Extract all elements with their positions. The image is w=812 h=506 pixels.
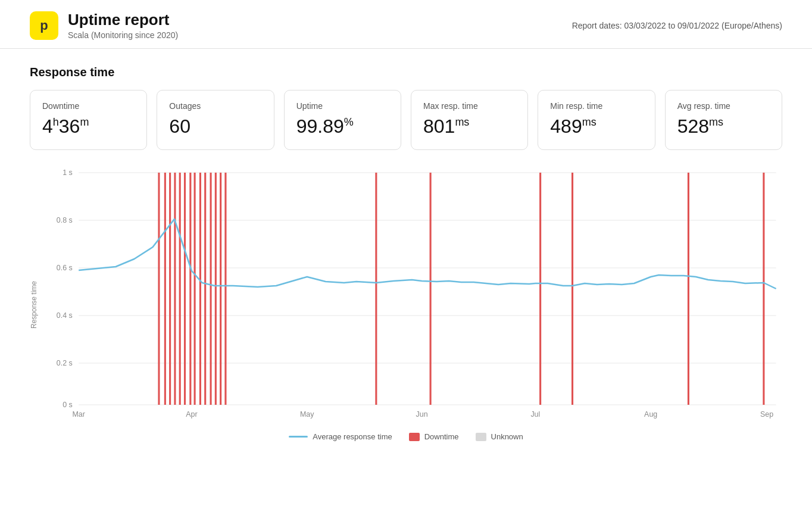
svg-text:0.6 s: 0.6 s: [57, 264, 73, 272]
section-title: Response time: [30, 65, 782, 79]
header-left: p Uptime report Scala (Monitoring since …: [30, 11, 178, 40]
svg-text:0 s: 0 s: [63, 401, 73, 409]
chart-svg: 1 s 0.8 s 0.6 s 0.4 s 0.2 s 0 s Mar Apr …: [42, 167, 782, 423]
stat-max-resp-label: Max resp. time: [423, 101, 516, 111]
chart-container: Response time 1: [30, 167, 782, 441]
svg-text:1 s: 1 s: [63, 168, 73, 177]
svg-text:Aug: Aug: [644, 410, 657, 418]
page-header: p Uptime report Scala (Monitoring since …: [0, 0, 812, 49]
report-dates: Report dates: 03/03/2022 to 09/01/2022 (…: [572, 21, 782, 30]
svg-text:0.2 s: 0.2 s: [57, 359, 73, 367]
y-axis-label: Response time: [30, 167, 38, 425]
stat-outages-label: Outages: [169, 101, 261, 111]
legend-unknown-box: [476, 433, 486, 441]
svg-text:Apr: Apr: [186, 410, 197, 418]
stat-avg-resp: Avg resp. time 528ms: [665, 90, 782, 150]
legend-avg: Average response time: [289, 432, 392, 441]
stat-max-resp-value: 801ms: [423, 115, 516, 138]
legend-unknown-label: Unknown: [491, 432, 523, 441]
svg-text:0.4 s: 0.4 s: [57, 311, 73, 320]
legend-downtime: Downtime: [409, 432, 459, 441]
svg-text:0.8 s: 0.8 s: [57, 216, 73, 224]
stat-min-resp: Min resp. time 489ms: [538, 90, 655, 150]
svg-text:Mar: Mar: [72, 410, 85, 418]
stat-avg-resp-value: 528ms: [677, 115, 770, 138]
stat-downtime-value: 4h36m: [42, 115, 135, 138]
legend-downtime-box: [409, 433, 420, 441]
chart-legend: Average response time Downtime Unknown: [30, 432, 782, 441]
stats-row: Downtime 4h36m Outages 60 Uptime 99.89% …: [30, 90, 782, 150]
stat-uptime-label: Uptime: [296, 101, 389, 111]
stat-uptime-value: 99.89%: [296, 115, 389, 138]
svg-text:Jul: Jul: [530, 410, 540, 418]
stat-downtime: Downtime 4h36m: [30, 90, 147, 150]
chart-inner: 1 s 0.8 s 0.6 s 0.4 s 0.2 s 0 s Mar Apr …: [42, 167, 782, 425]
chart-svg-wrapper: 1 s 0.8 s 0.6 s 0.4 s 0.2 s 0 s Mar Apr …: [42, 167, 782, 425]
report-title: Uptime report: [68, 11, 178, 29]
stat-avg-resp-label: Avg resp. time: [677, 101, 770, 111]
stat-min-resp-value: 489ms: [550, 115, 642, 138]
main-content: Response time Downtime 4h36m Outages 60 …: [0, 49, 812, 463]
logo: p: [30, 11, 58, 40]
legend-avg-label: Average response time: [313, 432, 392, 441]
legend-unknown: Unknown: [476, 432, 523, 441]
stat-outages: Outages 60: [157, 90, 274, 150]
stat-downtime-label: Downtime: [42, 101, 135, 111]
chart-area: Response time 1: [30, 167, 782, 425]
svg-text:May: May: [300, 410, 314, 418]
stat-outages-value: 60: [169, 115, 261, 138]
report-subtitle: Scala (Monitoring since 2020): [68, 30, 178, 40]
svg-text:Sep: Sep: [760, 410, 773, 418]
legend-avg-line: [289, 436, 308, 438]
stat-uptime: Uptime 99.89%: [284, 90, 401, 150]
stat-max-resp: Max resp. time 801ms: [411, 90, 528, 150]
header-title-block: Uptime report Scala (Monitoring since 20…: [68, 11, 178, 40]
legend-downtime-label: Downtime: [424, 432, 459, 441]
stat-min-resp-label: Min resp. time: [550, 101, 642, 111]
svg-text:Jun: Jun: [416, 410, 428, 418]
